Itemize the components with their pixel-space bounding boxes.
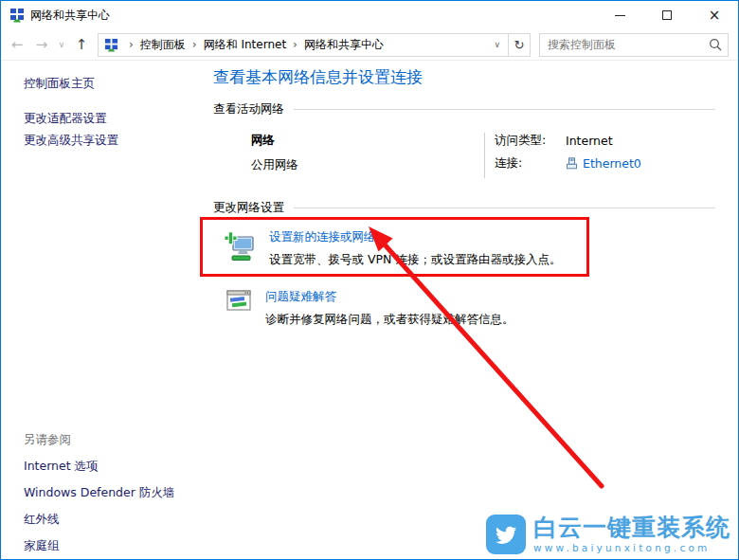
watermark-title: 白云一键重装系统 [533,515,730,540]
watermark: 白云一键重装系统 www.baiyunxitong.com [486,515,730,554]
sidebar-item-infrared[interactable]: 红外线 [24,512,174,528]
active-network-panel: 网络 公用网络 访问类型: Internet 连接: [251,133,715,178]
up-button[interactable]: ↑ [69,36,94,53]
refresh-button[interactable]: ↻ [509,33,531,57]
breadcrumb-separator-icon: › [192,38,197,51]
sidebar-item-windows-defender-firewall[interactable]: Windows Defender 防火墙 [24,485,174,501]
troubleshoot-description: 诊断并修复网络问题，或者获得疑难解答信息。 [265,313,514,326]
network-name: 网络 [251,133,484,149]
network-identity: 网络 公用网络 [251,133,484,178]
breadcrumb[interactable]: › 控制面板 › 网络和 Internet › 网络和共享中心 ∨ [98,33,509,57]
search-box[interactable] [539,33,729,57]
maximize-button[interactable] [643,1,691,29]
sidebar-item-control-panel-home[interactable]: 控制面板主页 [24,77,190,90]
network-app-icon [9,8,25,23]
see-also-section: 另请参阅 Internet 选项 Windows Defender 防火墙 红外… [24,432,174,560]
breadcrumb-separator-icon: › [129,38,134,51]
section-divider [294,208,715,208]
sidebar-item-change-advanced-sharing[interactable]: 更改高级共享设置 [24,134,190,147]
watermark-bird-logo-icon [486,515,526,554]
network-sharing-center-window: 网络和共享中心 × ← → ∨ ↑ › 控制面板 › 网络和 Internet … [0,0,739,560]
connection-link-ethernet0[interactable]: Ethernet0 [583,156,641,171]
change-settings-label: 更改网络设置 [213,200,284,216]
network-details: 访问类型: Internet 连接: Ethernet0 [485,133,641,178]
access-type-label: 访问类型: [495,133,566,149]
breadcrumb-item-control-panel[interactable]: 控制面板 [140,37,186,53]
troubleshoot-link[interactable]: 问题疑难解答 [265,290,514,303]
forward-button[interactable]: → [29,36,54,53]
search-input[interactable] [546,37,709,52]
minimize-icon [615,15,625,16]
new-connection-icon [224,230,256,262]
close-icon: × [709,9,721,23]
address-dropdown-chevron-icon[interactable]: ∨ [490,40,504,49]
sidebar: 控制面板主页 更改适配器设置 更改高级共享设置 另请参阅 Internet 选项… [1,61,190,559]
watermark-url: www.baiyunxitong.com [533,542,730,553]
troubleshoot-item: 问题疑难解答 诊断并修复网络问题，或者获得疑难解答信息。 [226,290,715,326]
sidebar-item-homegroup[interactable]: 家庭组 [24,538,174,554]
breadcrumb-item-network-internet[interactable]: 网络和 Internet [204,37,286,53]
ethernet-icon [566,157,578,170]
breadcrumb-network-icon [104,38,118,52]
change-settings-section-title: 更改网络设置 [213,200,715,216]
sidebar-item-change-adapter-settings[interactable]: 更改适配器设置 [24,112,190,125]
setup-new-connection-link[interactable]: 设置新的连接或网络 [269,230,561,244]
content-pane: 查看基本网络信息并设置连接 查看活动网络 网络 公用网络 访问类型: Inter… [190,61,738,559]
setup-new-connection-description: 设置宽带、拨号或 VPN 连接；或设置路由器或接入点。 [269,253,561,266]
active-networks-section-title: 查看活动网络 [213,101,715,117]
breadcrumb-item-network-sharing-center[interactable]: 网络和共享中心 [304,37,384,53]
network-profile: 公用网络 [251,157,484,173]
setup-new-connection-item: 设置新的连接或网络 设置宽带、拨号或 VPN 连接；或设置路由器或接入点。 [224,230,715,266]
section-divider [294,109,715,110]
history-dropdown-chevron-icon[interactable]: ∨ [54,40,69,49]
breadcrumb-separator-icon: › [293,38,297,51]
see-also-header: 另请参阅 [24,432,174,448]
connection-label: 连接: [495,155,566,172]
close-button[interactable]: × [691,1,738,29]
active-networks-label: 查看活动网络 [213,101,284,117]
sidebar-item-internet-options[interactable]: Internet 选项 [24,459,174,475]
back-button[interactable]: ← [5,36,29,53]
main-area: 控制面板主页 更改适配器设置 更改高级共享设置 另请参阅 Internet 选项… [1,61,738,559]
page-title: 查看基本网络信息并设置连接 [213,66,715,88]
search-icon[interactable] [709,38,722,51]
access-type-value: Internet [566,134,613,148]
window-controls: × [596,1,738,29]
troubleshoot-icon [226,290,252,316]
maximize-icon [662,10,672,20]
title-bar: 网络和共享中心 × [1,1,738,29]
address-toolbar: ← → ∨ ↑ › 控制面板 › 网络和 Internet › 网络和共享中心 … [1,29,738,61]
window-title: 网络和共享中心 [30,8,110,24]
minimize-button[interactable] [596,1,643,29]
